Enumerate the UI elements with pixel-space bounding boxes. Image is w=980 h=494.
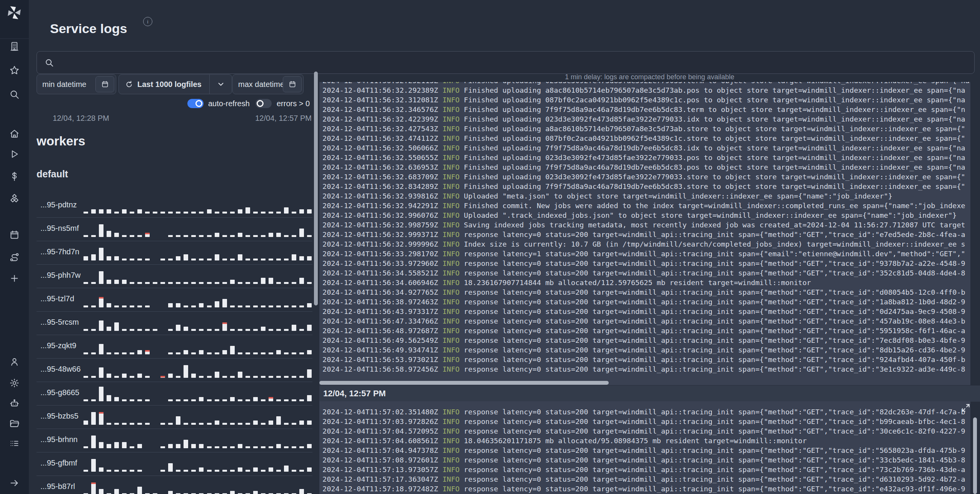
building-icon[interactable] [9,41,20,52]
sparkline-bar [245,399,250,402]
upper-log-panel[interactable]: 2024-12-04T11:56:32.252113Z INFO Finishe… [319,82,970,385]
log-timestamp: 2024-12-04T11:56:47.334766Z [322,317,442,325]
sparkline-bar [130,376,134,378]
sparkline-bar [261,305,265,308]
sparkline-bar [261,327,265,331]
log-level: INFO [442,279,464,287]
sparkline-bar [160,470,165,472]
worker-row[interactable]: ...95-b87rl [37,476,312,494]
chevron-down-icon[interactable] [217,80,225,88]
max-datetime-input[interactable]: max datetime [232,74,304,94]
log-message: response latency=0 status=200 target=win… [464,317,965,325]
logfiles-dropdown[interactable]: Last 1000 logfiles [119,74,232,94]
search-bar[interactable] [37,51,975,74]
sparkline-bar [184,305,188,308]
log-line: 2024-12-04T11:56:33.298170Z INFO respons… [322,249,970,259]
horizontal-scrollbar[interactable] [319,381,609,385]
billing-icon[interactable] [9,171,20,182]
min-datetime-input[interactable]: min datetime [37,74,116,94]
sparkline-bar [307,209,312,214]
sparkline-bar [245,235,250,237]
sparkline-bar [269,278,273,284]
worker-row[interactable]: ...95-pdtnz [37,194,312,218]
worker-label: ...95-g8665 [40,388,79,397]
sparkline-bar [253,352,258,355]
worker-sparkline [83,456,312,472]
log-level: INFO [442,336,464,344]
sparkline-bar [207,259,212,261]
sparkline-bar [99,248,104,260]
log-message: Finished uploading 023d3e3092fe473d85fae… [464,82,970,85]
sparkline-bar [130,259,134,261]
logs-icon[interactable] [9,438,20,449]
worker-row[interactable]: ...95-zqkt9 [37,335,312,359]
worker-row[interactable]: ...95-48w66 [37,359,312,382]
flows-icon[interactable] [9,252,20,262]
lower-log-panel[interactable]: 2024-12-04T11:57:02.351480Z INFO respons… [319,401,970,494]
collapse-icon[interactable] [9,478,20,488]
sparkline-bar [253,235,258,237]
sparkline-bar [299,305,304,308]
left-pane-scrollbar[interactable] [314,72,318,305]
worker-row[interactable]: ...95-g8665 [37,382,312,406]
worker-row[interactable]: ...95-phh7w [37,265,312,288]
settings-icon[interactable] [9,378,20,388]
sparkline-bar [99,297,104,308]
sparkline-bar [299,421,304,425]
sparkline-bar [145,350,150,354]
search-icon[interactable] [9,89,20,100]
log-level: INFO [442,259,464,267]
log-message: Finished uploading 7f9f75d8a9ac46a78d19d… [464,144,965,152]
sparkline-bar [184,212,188,214]
home-icon[interactable] [9,129,20,139]
worker-row[interactable]: ...95-tzl7d [37,288,312,312]
min-datetime-calendar-button[interactable] [95,76,114,92]
run-icon[interactable] [9,149,20,159]
sparkline-bar [176,399,180,402]
worker-row[interactable]: ...95-7hd7n [37,241,312,265]
windmill-logo[interactable] [6,5,22,21]
auto-refresh-toggle[interactable] [187,99,204,108]
worker-row[interactable]: ...95-brhnn [37,429,312,452]
sparkline-bar [207,329,212,331]
resources-icon[interactable] [9,194,20,204]
user-icon[interactable] [9,357,20,367]
sparkline-bar [292,376,296,378]
info-icon[interactable]: i [143,17,152,26]
log-level: INFO [442,475,464,483]
sparkline-bar [137,444,142,448]
log-timestamp: 2024-12-04T11:56:32.998759Z [322,221,442,229]
log-message: Finished uploading a8ac8610b5714eb796507… [464,125,965,133]
worker-row[interactable]: ...95-bzbs5 [37,406,312,429]
log-timestamp: 2024-12-04T11:56:32.996076Z [322,211,442,219]
sparkline-bar [83,352,88,355]
schedules-icon[interactable] [9,230,20,240]
worker-row[interactable]: ...95-5rcsm [37,312,312,335]
sparkline-bar [168,303,173,307]
sparkline-bar [284,376,289,378]
plus-icon[interactable] [9,273,20,284]
log-level: INFO [442,230,464,239]
sparkline-bar [238,444,242,448]
log-level: INFO [442,192,464,200]
worker-row[interactable]: ...95-gfbmf [37,452,312,476]
star-icon[interactable] [9,65,20,75]
sparkline-bar [222,259,227,261]
vertical-scrollbar[interactable] [973,417,977,494]
log-message: response latency=0 status=200 target=win… [464,427,965,435]
expand-icon[interactable] [961,403,971,413]
service-logs-page: Service logs i min datetime Last 1000 lo… [0,0,980,494]
workers-icon[interactable] [9,398,20,409]
folders-icon[interactable] [9,418,20,429]
log-timestamp: 2024-12-04T11:56:32.312081Z [322,96,442,104]
search-input[interactable] [58,58,974,67]
errors-toggle[interactable] [255,99,272,108]
sparkline-bar [114,470,119,472]
sparkline-bar [307,256,312,260]
worker-row[interactable]: ...95-ns5mf [37,218,312,241]
max-datetime-calendar-button[interactable] [283,76,302,92]
sparkline-bar [99,224,104,237]
sidebar [0,0,29,494]
sparkline-bar [160,446,165,449]
sparkline-bar [276,444,281,448]
